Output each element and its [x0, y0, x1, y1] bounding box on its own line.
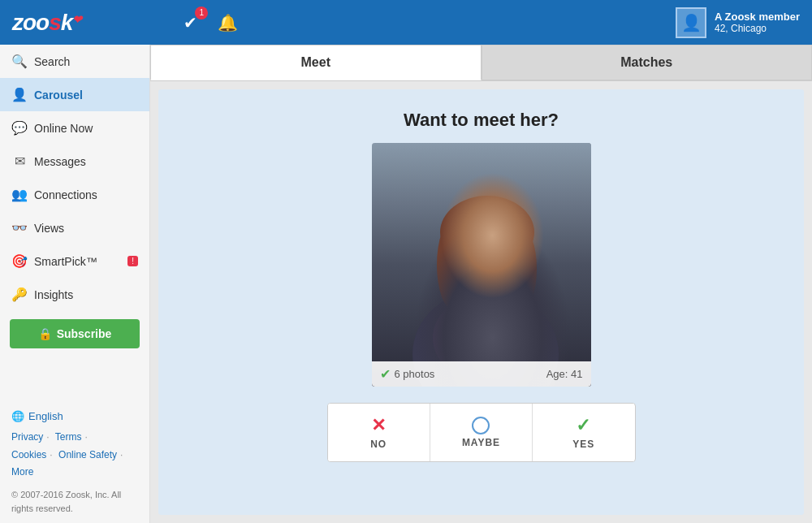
header-icons: ✔ 1 🔔	[179, 11, 239, 34]
svg-point-7	[470, 259, 482, 267]
sidebar-item-search-label: Search	[34, 55, 70, 68]
notifications-icon-wrap[interactable]: ✔ 1	[179, 11, 201, 34]
no-icon: ✕	[371, 415, 387, 436]
photo-count-label: 6 photos	[395, 368, 435, 380]
action-buttons: ✕ NO MAYBE ✓ YES	[327, 403, 636, 462]
svg-point-8	[493, 259, 504, 267]
user-avatar: 👤	[676, 7, 706, 38]
sidebar-item-smartpick[interactable]: 🎯 SmartPick™ !	[0, 244, 149, 278]
cookies-link[interactable]: Cookies	[11, 449, 46, 460]
sidebar-item-online-now-label: Online Now	[34, 122, 93, 135]
messages-icon: ✉	[11, 153, 28, 169]
online-now-icon: 💬	[11, 120, 28, 136]
lock-icon: 🔒	[38, 327, 52, 340]
carousel-icon: 👤	[11, 87, 28, 102]
sidebar-item-online-now[interactable]: 💬 Online Now	[0, 111, 149, 145]
card-area: Want to meet her?	[158, 89, 804, 515]
online-safety-link[interactable]: Online Safety	[58, 449, 117, 460]
photo-count: ✔ 6 photos	[380, 366, 435, 382]
maybe-label: MAYBE	[462, 437, 500, 448]
maybe-icon	[472, 417, 490, 434]
logo-heart: ❤	[72, 13, 81, 26]
sidebar-item-carousel-label: Carousel	[34, 89, 83, 102]
notification-badge: 1	[195, 6, 208, 19]
sidebar-item-smartpick-label: SmartPick™	[34, 255, 97, 268]
svg-rect-0	[372, 143, 591, 387]
sidebar-item-search[interactable]: 🔍 Search	[0, 45, 149, 78]
yes-icon: ✓	[576, 415, 591, 436]
sidebar-item-insights-label: Insights	[34, 288, 73, 301]
search-icon: 🔍	[11, 54, 28, 69]
footer-links: Privacy· Terms· Cookies· Online Safety· …	[11, 429, 138, 482]
terms-link[interactable]: Terms	[55, 431, 82, 443]
main-content: Meet Matches Want to meet her?	[150, 45, 812, 523]
more-link[interactable]: More	[11, 466, 33, 478]
subscribe-button[interactable]: 🔒 Subscribe	[10, 319, 140, 348]
user-info[interactable]: 👤 A Zoosk member 42, Chicago	[676, 7, 800, 38]
card-title: Want to meet her?	[404, 110, 559, 131]
copyright: © 2007-2016 Zoosk, Inc. All rights reser…	[11, 488, 138, 515]
svg-point-6	[508, 228, 537, 309]
sidebar-item-connections[interactable]: 👥 Connections	[0, 178, 149, 211]
profile-photo	[372, 143, 591, 387]
yes-label: YES	[572, 439, 594, 450]
smartpick-badge: !	[127, 256, 138, 266]
tabs: Meet Matches	[150, 45, 812, 81]
header: zoosk ❤ ✔ 1 🔔 👤 A Zoosk member 42, Chica…	[0, 0, 812, 45]
photo-age: Age: 41	[546, 368, 583, 380]
subscribe-label: Subscribe	[57, 327, 112, 340]
no-button[interactable]: ✕ NO	[328, 404, 430, 461]
globe-icon: 🌐	[11, 410, 24, 422]
insights-icon: 🔑	[11, 287, 28, 302]
sidebar-item-messages-label: Messages	[34, 155, 86, 168]
photo-card[interactable]: ✔ 6 photos Age: 41	[372, 143, 591, 387]
bell-icon: 🔔	[216, 11, 239, 34]
tab-meet[interactable]: Meet	[150, 45, 482, 80]
sidebar-item-views[interactable]: 👓 Views	[0, 211, 149, 244]
svg-point-5	[437, 220, 469, 309]
bell-icon-wrap[interactable]: 🔔	[216, 11, 239, 34]
sidebar-item-insights[interactable]: 🔑 Insights	[0, 278, 149, 311]
sidebar-footer: 🌐 English Privacy· Terms· Cookies· Onlin…	[0, 402, 149, 515]
sidebar-item-connections-label: Connections	[34, 188, 97, 201]
language-label: English	[28, 410, 63, 422]
tab-matches[interactable]: Matches	[482, 45, 813, 80]
views-icon: 👓	[11, 220, 28, 236]
user-name: A Zoosk member	[715, 11, 800, 23]
maybe-button[interactable]: MAYBE	[430, 404, 533, 461]
verified-icon: ✔	[380, 366, 391, 382]
svg-point-4	[440, 196, 534, 269]
no-label: NO	[370, 439, 387, 450]
user-text: A Zoosk member 42, Chicago	[715, 11, 800, 34]
photo-overlay: ✔ 6 photos Age: 41	[372, 361, 591, 387]
language-selector[interactable]: 🌐 English	[11, 410, 138, 422]
privacy-link[interactable]: Privacy	[11, 431, 43, 443]
connections-icon: 👥	[11, 187, 28, 202]
layout: 🔍 Search 👤 Carousel 💬 Online Now ✉ Messa…	[0, 45, 812, 523]
user-meta: 42, Chicago	[715, 23, 800, 34]
sidebar-item-views-label: Views	[34, 222, 64, 235]
smartpick-icon: 🎯	[11, 253, 28, 269]
sidebar-item-messages[interactable]: ✉ Messages	[0, 145, 149, 178]
sidebar-item-carousel[interactable]: 👤 Carousel	[0, 78, 149, 111]
sidebar: 🔍 Search 👤 Carousel 💬 Online Now ✉ Messa…	[0, 45, 150, 523]
logo[interactable]: zoosk ❤	[12, 10, 81, 36]
svg-point-3	[445, 212, 529, 309]
yes-button[interactable]: ✓ YES	[533, 404, 634, 461]
